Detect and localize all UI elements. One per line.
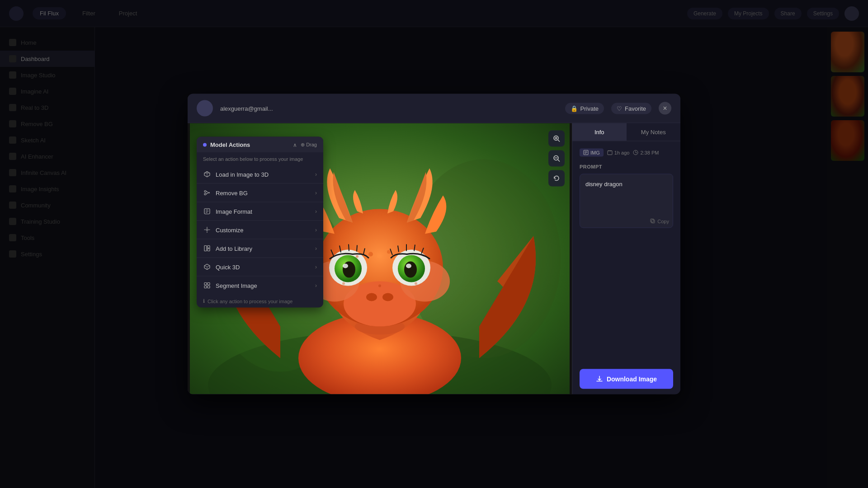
modal-header: alexguerra@gmail... 🔒 Private ♡ Favorite… bbox=[188, 94, 680, 123]
quick-3d-label: Quick 3D bbox=[216, 263, 315, 270]
segment-icon bbox=[203, 282, 211, 290]
remove-bg-label: Remove BG bbox=[216, 189, 315, 196]
drag-handle[interactable]: ⊕ Drag bbox=[301, 142, 317, 148]
svg-point-54 bbox=[206, 229, 208, 231]
private-button[interactable]: 🔒 Private bbox=[565, 103, 604, 114]
arrow-icon-4: › bbox=[315, 245, 317, 252]
favorite-button[interactable]: ♡ Favorite bbox=[611, 103, 651, 114]
footer-text: Click any action to process your image bbox=[208, 298, 292, 304]
model-actions-title: Model Actions bbox=[210, 141, 289, 148]
action-add-to-library[interactable]: Add to Library › bbox=[197, 239, 323, 258]
download-label: Download Image bbox=[607, 375, 657, 383]
cube-icon bbox=[203, 170, 211, 178]
reset-icon bbox=[553, 175, 560, 182]
info-panel: Info My Notes IMG bbox=[572, 123, 680, 394]
model-actions-footer: ℹ Click any action to process your image bbox=[197, 295, 323, 308]
modal-close-button[interactable]: × bbox=[659, 102, 671, 115]
svg-point-29 bbox=[366, 293, 377, 301]
image-display-area: Model Actions ∧ ⊕ Drag Select an action … bbox=[188, 123, 572, 394]
model-actions-subtitle: Select an action below to process your i… bbox=[197, 153, 323, 165]
svg-point-46 bbox=[204, 191, 206, 192]
modal-user-avatar bbox=[197, 100, 213, 117]
zoom-out-icon bbox=[553, 155, 560, 162]
svg-line-42 bbox=[558, 160, 560, 162]
image-action-buttons bbox=[548, 131, 565, 187]
time-label: 2:38 PM bbox=[640, 150, 659, 155]
svg-line-38 bbox=[558, 140, 560, 142]
zoom-in-button[interactable] bbox=[548, 131, 565, 147]
svg-point-32 bbox=[387, 250, 391, 254]
heart-icon: ♡ bbox=[617, 105, 622, 112]
action-customize[interactable]: Customize › bbox=[197, 221, 323, 239]
clock-icon bbox=[633, 150, 638, 155]
svg-rect-74 bbox=[651, 219, 654, 222]
svg-line-72 bbox=[636, 153, 637, 153]
arrow-icon-2: › bbox=[315, 208, 317, 215]
zoom-out-button[interactable] bbox=[548, 150, 565, 167]
modal-username: alexguerra@gmail... bbox=[220, 105, 273, 112]
action-image-format[interactable]: Image Format › bbox=[197, 202, 323, 221]
svg-point-35 bbox=[415, 282, 417, 285]
model-actions-panel: Model Actions ∧ ⊕ Drag Select an action … bbox=[197, 137, 323, 308]
action-segment-image[interactable]: Segment Image › bbox=[197, 277, 323, 295]
svg-rect-55 bbox=[204, 246, 207, 251]
download-image-button[interactable]: Download Image bbox=[580, 369, 673, 389]
arrow-icon-5: › bbox=[315, 264, 317, 270]
load-image-to-3d-label: Load in Image to 3D bbox=[216, 171, 315, 178]
svg-point-23 bbox=[406, 264, 411, 268]
zoom-in-icon bbox=[553, 135, 560, 142]
private-label: Private bbox=[580, 105, 599, 112]
arrow-icon-0: › bbox=[315, 171, 317, 178]
copy-label: Copy bbox=[657, 219, 669, 224]
download-icon bbox=[596, 375, 603, 383]
modal-body: Model Actions ∧ ⊕ Drag Select an action … bbox=[188, 123, 680, 394]
add-to-library-label: Add to Library bbox=[216, 245, 315, 252]
reset-button[interactable] bbox=[548, 170, 565, 187]
calendar-icon bbox=[607, 150, 613, 155]
file-info-row: IMG 1h ago bbox=[580, 149, 673, 157]
action-quick-3d[interactable]: Quick 3D › bbox=[197, 258, 323, 277]
prompt-content-box: disney dragon Copy bbox=[580, 174, 673, 228]
image-format-label: Image Format bbox=[216, 208, 315, 215]
arrow-icon-6: › bbox=[315, 282, 317, 289]
quick3d-icon bbox=[203, 263, 211, 271]
prompt-section-label: PROMPT bbox=[580, 164, 673, 169]
model-actions-header: Model Actions ∧ ⊕ Drag bbox=[197, 137, 323, 153]
customize-label: Customize bbox=[216, 226, 315, 233]
time-ago: 1h ago bbox=[607, 150, 630, 155]
copy-icon bbox=[650, 219, 656, 224]
file-icon bbox=[583, 150, 589, 155]
file-type-badge: IMG bbox=[580, 149, 604, 157]
tab-my-notes[interactable]: My Notes bbox=[627, 123, 681, 141]
action-remove-bg[interactable]: Remove BG › bbox=[197, 184, 323, 202]
svg-line-18 bbox=[357, 245, 357, 252]
collapse-button[interactable]: ∧ bbox=[293, 141, 297, 148]
tab-info[interactable]: Info bbox=[572, 123, 627, 141]
prompt-text: disney dragon bbox=[585, 181, 623, 188]
info-icon: ℹ bbox=[203, 298, 205, 304]
svg-rect-61 bbox=[204, 286, 207, 288]
svg-point-31 bbox=[368, 252, 373, 257]
close-icon: × bbox=[663, 104, 667, 113]
svg-point-47 bbox=[204, 193, 206, 195]
file-type-label: IMG bbox=[590, 150, 600, 155]
svg-point-14 bbox=[343, 264, 348, 268]
svg-point-22 bbox=[404, 262, 417, 278]
customize-icon bbox=[203, 226, 211, 234]
format-icon bbox=[203, 207, 211, 216]
svg-rect-59 bbox=[204, 283, 207, 285]
model-actions-indicator bbox=[203, 143, 207, 146]
image-detail-modal: alexguerra@gmail... 🔒 Private ♡ Favorite… bbox=[188, 94, 680, 394]
segment-image-label: Segment Image bbox=[216, 282, 315, 289]
action-load-image-to-3d[interactable]: Load in Image to 3D › bbox=[197, 165, 323, 184]
scissors-icon bbox=[203, 189, 211, 197]
svg-point-30 bbox=[382, 293, 393, 301]
svg-point-34 bbox=[342, 282, 345, 285]
svg-rect-60 bbox=[208, 283, 210, 285]
arrow-icon-1: › bbox=[315, 190, 317, 196]
lock-icon: 🔒 bbox=[571, 105, 578, 112]
svg-point-33 bbox=[356, 255, 359, 258]
arrow-icon-3: › bbox=[315, 227, 317, 233]
time-display: 2:38 PM bbox=[633, 150, 659, 155]
copy-button[interactable]: Copy bbox=[650, 219, 669, 224]
